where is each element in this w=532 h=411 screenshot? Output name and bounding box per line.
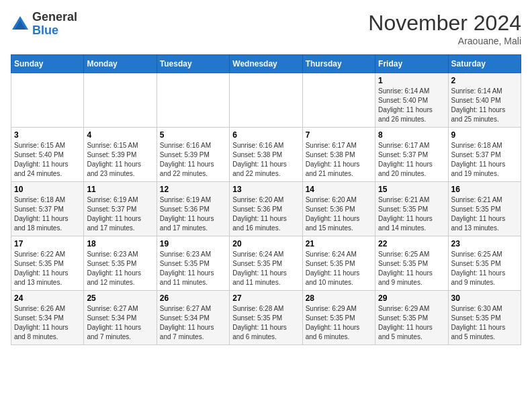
calendar-day-cell: 2Sunrise: 6:14 AM Sunset: 5:40 PM Daylig…	[448, 73, 521, 128]
logo-blue: Blue	[32, 24, 58, 37]
calendar-day-cell: 1Sunrise: 6:14 AM Sunset: 5:40 PM Daylig…	[375, 73, 448, 128]
day-number: 27	[232, 293, 299, 303]
logo-icon	[11, 15, 30, 34]
calendar-day-cell: 25Sunrise: 6:27 AM Sunset: 5:34 PM Dayli…	[84, 291, 157, 345]
day-info: Sunrise: 6:29 AM Sunset: 5:35 PM Dayligh…	[306, 304, 372, 342]
calendar-day-cell: 15Sunrise: 6:21 AM Sunset: 5:35 PM Dayli…	[375, 182, 448, 236]
day-info: Sunrise: 6:25 AM Sunset: 5:35 PM Dayligh…	[378, 250, 445, 287]
calendar-day-cell: 18Sunrise: 6:23 AM Sunset: 5:35 PM Dayli…	[84, 236, 157, 291]
calendar-day-cell: 29Sunrise: 6:29 AM Sunset: 5:35 PM Dayli…	[375, 291, 448, 345]
day-info: Sunrise: 6:14 AM Sunset: 5:40 PM Dayligh…	[451, 87, 518, 124]
day-info: Sunrise: 6:19 AM Sunset: 5:36 PM Dayligh…	[160, 195, 226, 233]
day-info: Sunrise: 6:22 AM Sunset: 5:35 PM Dayligh…	[14, 250, 81, 287]
day-number: 11	[87, 185, 153, 194]
day-info: Sunrise: 6:17 AM Sunset: 5:37 PM Dayligh…	[378, 141, 445, 179]
day-number: 4	[87, 130, 153, 140]
calendar-day-cell	[302, 73, 375, 128]
page-header: General Blue November 2024 Araouane, Mal…	[11, 11, 521, 46]
calendar-day-cell: 13Sunrise: 6:20 AM Sunset: 5:36 PM Dayli…	[230, 182, 302, 236]
day-number: 26	[160, 293, 226, 303]
weekday-cell: Wednesday	[230, 55, 302, 73]
day-number: 5	[160, 130, 226, 140]
calendar-day-cell: 4Sunrise: 6:15 AM Sunset: 5:39 PM Daylig…	[84, 128, 157, 182]
day-info: Sunrise: 6:20 AM Sunset: 5:36 PM Dayligh…	[232, 195, 299, 233]
day-info: Sunrise: 6:25 AM Sunset: 5:35 PM Dayligh…	[451, 250, 518, 287]
calendar-day-cell: 10Sunrise: 6:18 AM Sunset: 5:37 PM Dayli…	[11, 182, 84, 236]
weekday-cell: Monday	[84, 55, 157, 73]
day-number: 19	[160, 239, 226, 248]
day-number: 10	[14, 185, 81, 194]
day-info: Sunrise: 6:24 AM Sunset: 5:35 PM Dayligh…	[306, 250, 372, 287]
calendar-week-row: 10Sunrise: 6:18 AM Sunset: 5:37 PM Dayli…	[11, 182, 521, 236]
calendar-day-cell: 6Sunrise: 6:16 AM Sunset: 5:38 PM Daylig…	[230, 128, 302, 182]
day-number: 28	[306, 293, 372, 303]
calendar-day-cell	[230, 73, 302, 128]
day-info: Sunrise: 6:21 AM Sunset: 5:35 PM Dayligh…	[378, 195, 445, 233]
day-number: 25	[87, 293, 153, 303]
calendar-week-row: 24Sunrise: 6:26 AM Sunset: 5:34 PM Dayli…	[11, 291, 521, 345]
calendar-week-row: 1Sunrise: 6:14 AM Sunset: 5:40 PM Daylig…	[11, 73, 521, 128]
calendar-day-cell: 16Sunrise: 6:21 AM Sunset: 5:35 PM Dayli…	[448, 182, 521, 236]
day-info: Sunrise: 6:17 AM Sunset: 5:38 PM Dayligh…	[306, 141, 372, 179]
day-number: 23	[451, 239, 518, 248]
day-number: 24	[14, 293, 81, 303]
day-info: Sunrise: 6:16 AM Sunset: 5:39 PM Dayligh…	[160, 141, 226, 179]
day-number: 13	[232, 185, 299, 194]
day-number: 1	[378, 76, 445, 85]
calendar-day-cell: 24Sunrise: 6:26 AM Sunset: 5:34 PM Dayli…	[11, 291, 84, 345]
calendar-day-cell: 22Sunrise: 6:25 AM Sunset: 5:35 PM Dayli…	[375, 236, 448, 291]
calendar-day-cell: 14Sunrise: 6:20 AM Sunset: 5:36 PM Dayli…	[302, 182, 375, 236]
weekday-cell: Thursday	[302, 55, 375, 73]
day-number: 29	[378, 293, 445, 303]
day-info: Sunrise: 6:18 AM Sunset: 5:37 PM Dayligh…	[14, 195, 81, 233]
location: Araouane, Mali	[368, 36, 521, 46]
calendar-day-cell: 12Sunrise: 6:19 AM Sunset: 5:36 PM Dayli…	[157, 182, 229, 236]
day-number: 18	[87, 239, 153, 248]
day-number: 22	[378, 239, 445, 248]
calendar-day-cell: 7Sunrise: 6:17 AM Sunset: 5:38 PM Daylig…	[302, 128, 375, 182]
logo-text: General Blue	[32, 11, 77, 38]
month-title: November 2024	[368, 11, 521, 36]
day-info: Sunrise: 6:15 AM Sunset: 5:40 PM Dayligh…	[14, 141, 81, 179]
day-number: 8	[378, 130, 445, 140]
weekday-cell: Tuesday	[157, 55, 229, 73]
logo-general: General	[32, 10, 77, 24]
calendar-day-cell: 17Sunrise: 6:22 AM Sunset: 5:35 PM Dayli…	[11, 236, 84, 291]
calendar-day-cell	[84, 73, 157, 128]
day-info: Sunrise: 6:27 AM Sunset: 5:34 PM Dayligh…	[87, 304, 153, 342]
day-number: 3	[14, 130, 81, 140]
day-number: 20	[232, 239, 299, 248]
calendar-day-cell: 30Sunrise: 6:30 AM Sunset: 5:35 PM Dayli…	[448, 291, 521, 345]
calendar-week-row: 3Sunrise: 6:15 AM Sunset: 5:40 PM Daylig…	[11, 128, 521, 182]
day-number: 9	[451, 130, 518, 140]
day-info: Sunrise: 6:27 AM Sunset: 5:34 PM Dayligh…	[160, 304, 226, 342]
day-info: Sunrise: 6:18 AM Sunset: 5:37 PM Dayligh…	[451, 141, 518, 179]
day-info: Sunrise: 6:20 AM Sunset: 5:36 PM Dayligh…	[306, 195, 372, 233]
calendar-day-cell: 11Sunrise: 6:19 AM Sunset: 5:37 PM Dayli…	[84, 182, 157, 236]
day-number: 15	[378, 185, 445, 194]
calendar-day-cell: 20Sunrise: 6:24 AM Sunset: 5:35 PM Dayli…	[230, 236, 302, 291]
calendar-day-cell: 27Sunrise: 6:28 AM Sunset: 5:35 PM Dayli…	[230, 291, 302, 345]
calendar-day-cell: 5Sunrise: 6:16 AM Sunset: 5:39 PM Daylig…	[157, 128, 229, 182]
day-info: Sunrise: 6:23 AM Sunset: 5:35 PM Dayligh…	[160, 250, 226, 287]
calendar: SundayMondayTuesdayWednesdayThursdayFrid…	[11, 54, 521, 345]
day-info: Sunrise: 6:30 AM Sunset: 5:35 PM Dayligh…	[451, 304, 518, 342]
day-info: Sunrise: 6:21 AM Sunset: 5:35 PM Dayligh…	[451, 195, 518, 233]
calendar-day-cell: 21Sunrise: 6:24 AM Sunset: 5:35 PM Dayli…	[302, 236, 375, 291]
calendar-day-cell	[157, 73, 229, 128]
day-info: Sunrise: 6:24 AM Sunset: 5:35 PM Dayligh…	[232, 250, 299, 287]
day-info: Sunrise: 6:15 AM Sunset: 5:39 PM Dayligh…	[87, 141, 153, 179]
title-block: November 2024 Araouane, Mali	[368, 11, 521, 46]
day-number: 30	[451, 293, 518, 303]
calendar-day-cell: 9Sunrise: 6:18 AM Sunset: 5:37 PM Daylig…	[448, 128, 521, 182]
day-number: 21	[306, 239, 372, 248]
day-info: Sunrise: 6:28 AM Sunset: 5:35 PM Dayligh…	[232, 304, 299, 342]
day-number: 7	[306, 130, 372, 140]
day-info: Sunrise: 6:16 AM Sunset: 5:38 PM Dayligh…	[232, 141, 299, 179]
day-info: Sunrise: 6:26 AM Sunset: 5:34 PM Dayligh…	[14, 304, 81, 342]
calendar-day-cell	[11, 73, 84, 128]
weekday-header: SundayMondayTuesdayWednesdayThursdayFrid…	[11, 55, 521, 73]
day-number: 2	[451, 76, 518, 85]
calendar-day-cell: 8Sunrise: 6:17 AM Sunset: 5:37 PM Daylig…	[375, 128, 448, 182]
weekday-cell: Saturday	[448, 55, 521, 73]
